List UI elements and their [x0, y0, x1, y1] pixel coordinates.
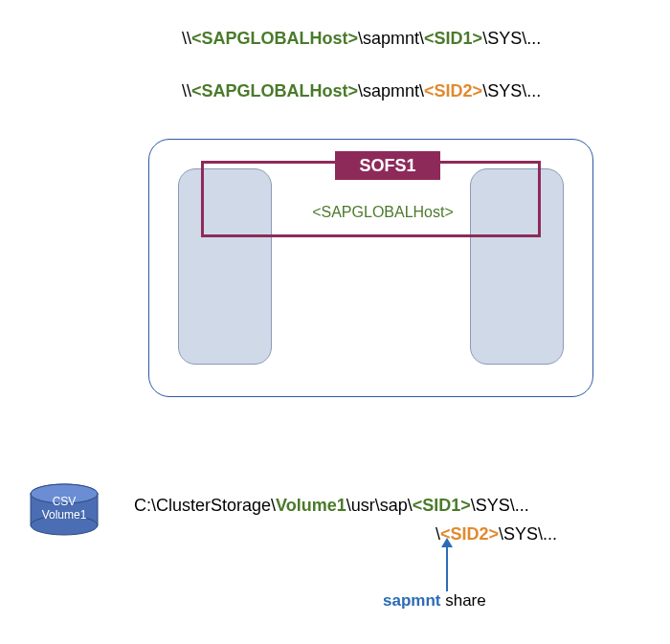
path-sid2: <SID2>	[424, 81, 482, 100]
path-suffix: \SYS\...	[482, 81, 541, 100]
lp-vol: Volume1	[276, 496, 346, 515]
path-sapmnt: \sapmnt\	[358, 29, 424, 48]
arrow-label: sapmnt share	[383, 591, 486, 611]
path-prefix: \\	[182, 29, 191, 48]
path-suffix: \SYS\...	[482, 29, 541, 48]
csv-line2: Volume1	[42, 508, 87, 522]
path-sapmnt: \sapmnt\	[358, 81, 424, 100]
path-host: <SAPGLOBALHost>	[191, 81, 358, 100]
unc-path-sid2: \\<SAPGLOBALHost>\sapmnt\<SID2>\SYS\...	[182, 81, 541, 101]
arrow-bold: sapmnt	[383, 591, 440, 610]
lp2-suffix: \SYS\...	[499, 524, 557, 544]
sofs-host-label: <SAPGLOBALHost>	[287, 204, 479, 221]
csv-line1: CSV	[53, 495, 77, 508]
local-path-sid1: C:\ClusterStorage\Volume1\usr\sap\<SID1>…	[134, 496, 529, 516]
unc-path-sid1: \\<SAPGLOBALHost>\sapmnt\<SID1>\SYS\...	[182, 29, 541, 49]
lp-suffix: \SYS\...	[471, 496, 529, 515]
arrow-up-icon	[446, 545, 448, 591]
path-sid1: <SID1>	[424, 29, 482, 48]
lp-sid1: <SID1>	[413, 496, 471, 515]
csv-volume-label: CSV Volume1	[29, 495, 100, 522]
lp-prefix: C:\ClusterStorage\	[134, 496, 276, 515]
lp-mid: \usr\sap\	[346, 496, 413, 515]
sofs-label: SOFS1	[335, 151, 440, 180]
path-prefix: \\	[182, 81, 191, 100]
local-path-sid2: \<SID2>\SYS\...	[436, 524, 557, 544]
path-host: <SAPGLOBALHost>	[191, 29, 358, 48]
arrow-rest: share	[440, 591, 485, 610]
